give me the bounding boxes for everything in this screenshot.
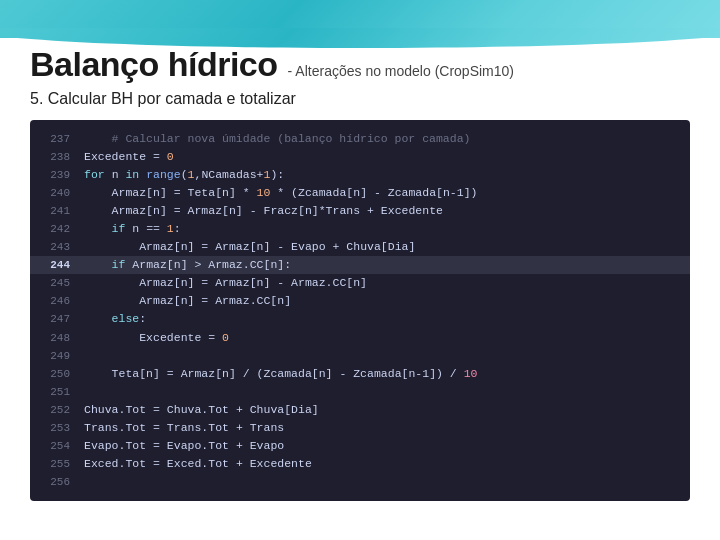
line-num-254: 254: [38, 438, 70, 455]
code-content-242: if n == 1:: [84, 220, 181, 238]
code-content-249: [84, 347, 91, 365]
code-content-244: if Armaz[n] > Armaz.CC[n]:: [84, 256, 291, 274]
line-num-238: 238: [38, 149, 70, 166]
code-line-242: 242 if n == 1:: [30, 220, 690, 238]
page-title: Balanço hídrico: [30, 45, 278, 84]
code-content-240: Armaz[n] = Teta[n] * 10 * (Zcamada[n] - …: [84, 184, 477, 202]
code-line-237: 237 # Calcular nova úmidade (balanço híd…: [30, 130, 690, 148]
line-num-252: 252: [38, 402, 70, 419]
line-num-239: 239: [38, 167, 70, 184]
code-content-256: [84, 473, 91, 491]
code-content-241: Armaz[n] = Armaz[n] - Fracz[n]*Trans + E…: [84, 202, 443, 220]
code-line-253: 253 Trans.Tot = Trans.Tot + Trans: [30, 419, 690, 437]
code-line-244: 244 if Armaz[n] > Armaz.CC[n]:: [30, 256, 690, 274]
code-content-248: Excedente = 0: [84, 329, 229, 347]
code-line-248: 248 Excedente = 0: [30, 329, 690, 347]
line-num-247: 247: [38, 311, 70, 328]
code-content-243: Armaz[n] = Armaz[n] - Evapo + Chuva[Dia]: [84, 238, 415, 256]
code-content-246: Armaz[n] = Armaz.CC[n]: [84, 292, 291, 310]
code-content-250: Teta[n] = Armaz[n] / (Zcamada[n] - Zcama…: [84, 365, 477, 383]
step-label: 5. Calcular BH por camada e totalizar: [30, 90, 690, 108]
code-line-252: 252 Chuva.Tot = Chuva.Tot + Chuva[Dia]: [30, 401, 690, 419]
line-num-246: 246: [38, 293, 70, 310]
code-content-255: Exced.Tot = Exced.Tot + Excedente: [84, 455, 312, 473]
line-num-245: 245: [38, 275, 70, 292]
code-line-241: 241 Armaz[n] = Armaz[n] - Fracz[n]*Trans…: [30, 202, 690, 220]
line-num-241: 241: [38, 203, 70, 220]
code-line-254: 254 Evapo.Tot = Evapo.Tot + Evapo: [30, 437, 690, 455]
code-line-240: 240 Armaz[n] = Teta[n] * 10 * (Zcamada[n…: [30, 184, 690, 202]
code-content-252: Chuva.Tot = Chuva.Tot + Chuva[Dia]: [84, 401, 319, 419]
code-content-245: Armaz[n] = Armaz[n] - Armaz.CC[n]: [84, 274, 367, 292]
code-line-245: 245 Armaz[n] = Armaz[n] - Armaz.CC[n]: [30, 274, 690, 292]
code-line-247: 247 else:: [30, 310, 690, 328]
code-content-239: for n in range(1,NCamadas+1):: [84, 166, 284, 184]
line-num-243: 243: [38, 239, 70, 256]
page-subtitle: - Alterações no modelo (CropSim10): [288, 63, 514, 79]
code-content-251: [84, 383, 91, 401]
code-content-238: Excedente = 0: [84, 148, 174, 166]
line-num-248: 248: [38, 330, 70, 347]
code-line-256: 256: [30, 473, 690, 491]
line-num-249: 249: [38, 348, 70, 365]
code-line-251: 251: [30, 383, 690, 401]
line-num-255: 255: [38, 456, 70, 473]
page-container: Balanço hídrico - Alterações no modelo (…: [0, 0, 720, 521]
line-num-251: 251: [38, 384, 70, 401]
code-content-237: # Calcular nova úmidade (balanço hídrico…: [84, 130, 470, 148]
line-num-253: 253: [38, 420, 70, 437]
line-num-250: 250: [38, 366, 70, 383]
code-line-249: 249: [30, 347, 690, 365]
line-num-240: 240: [38, 185, 70, 202]
code-line-255: 255 Exced.Tot = Exced.Tot + Excedente: [30, 455, 690, 473]
line-num-244: 244: [38, 257, 70, 274]
line-num-256: 256: [38, 474, 70, 491]
code-line-246: 246 Armaz[n] = Armaz.CC[n]: [30, 292, 690, 310]
line-num-242: 242: [38, 221, 70, 238]
code-line-238: 238 Excedente = 0: [30, 148, 690, 166]
code-content-247: else:: [84, 310, 146, 328]
line-num-237: 237: [38, 131, 70, 148]
code-content-253: Trans.Tot = Trans.Tot + Trans: [84, 419, 284, 437]
code-line-243: 243 Armaz[n] = Armaz[n] - Evapo + Chuva[…: [30, 238, 690, 256]
code-block: 237 # Calcular nova úmidade (balanço híd…: [30, 120, 690, 501]
code-line-250: 250 Teta[n] = Armaz[n] / (Zcamada[n] - Z…: [30, 365, 690, 383]
title-row: Balanço hídrico - Alterações no modelo (…: [30, 45, 690, 84]
code-line-239: 239 for n in range(1,NCamadas+1):: [30, 166, 690, 184]
code-content-254: Evapo.Tot = Evapo.Tot + Evapo: [84, 437, 284, 455]
